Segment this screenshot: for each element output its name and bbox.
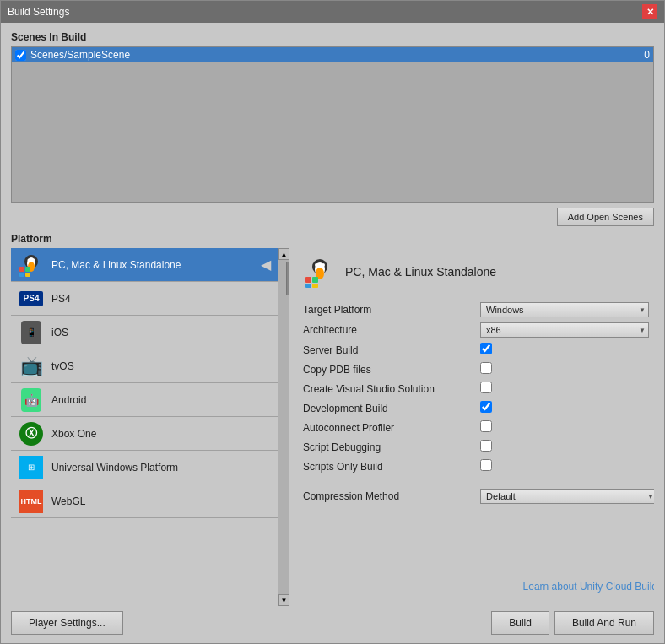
pc-platform-name: PC, Mac & Linux Standalone — [51, 259, 261, 271]
scenes-list: Scenes/SampleScene 0 — [11, 46, 654, 203]
add-open-scenes-row: Add Open Scenes — [11, 208, 654, 226]
copy-pdb-row: Copy PDB files — [303, 362, 654, 376]
autoconnect-label: Autoconnect Profiler — [303, 422, 480, 434]
scrollbar-up-arrow[interactable]: ▲ — [278, 248, 290, 260]
scene-item[interactable]: Scenes/SampleScene 0 — [12, 47, 653, 62]
create-vs-checkbox[interactable] — [480, 382, 492, 393]
platform-item-pc[interactable]: PC, Mac & Linux Standalone ◀ — [11, 248, 278, 282]
webgl-icon: HTML — [18, 488, 45, 515]
script-debugging-value — [480, 440, 654, 454]
platform-scrollbar: ▲ ▼ — [278, 248, 289, 606]
svg-rect-17 — [312, 284, 318, 288]
add-open-scenes-button[interactable]: Add Open Scenes — [557, 208, 654, 226]
platform-item-ps4[interactable]: PS4 PS4 — [11, 282, 278, 316]
scene-name: Scenes/SampleScene — [30, 49, 130, 61]
compression-label: Compression Method — [303, 490, 480, 502]
pc-icon — [18, 252, 45, 279]
svg-rect-15 — [312, 277, 318, 283]
architecture-dropdown-wrapper: x86 x86_64 x86 + x86_64 (Universal) — [480, 322, 649, 338]
scripts-only-checkbox[interactable] — [480, 459, 492, 471]
development-build-value — [480, 401, 654, 415]
script-debugging-label: Script Debugging — [303, 441, 480, 453]
scripts-only-label: Scripts Only Build — [303, 461, 480, 473]
scrollbar-thumb[interactable] — [286, 262, 290, 295]
scrollbar-down-arrow[interactable]: ▼ — [278, 594, 290, 606]
svg-rect-5 — [19, 267, 24, 272]
platform-list-container: PC, Mac & Linux Standalone ◀ PS4 PS4 — [11, 248, 289, 606]
architecture-row: Architecture x86 x86_64 x86 + x86_64 (Un… — [303, 322, 654, 338]
target-platform-label: Target Platform — [303, 304, 480, 316]
spacer — [303, 479, 654, 489]
build-button[interactable]: Build — [491, 611, 549, 635]
window-title: Build Settings — [8, 6, 69, 18]
platform-area: PC, Mac & Linux Standalone ◀ PS4 PS4 — [11, 248, 654, 606]
ps4-platform-name: PS4 — [51, 293, 271, 305]
copy-pdb-value — [480, 362, 654, 376]
copy-pdb-label: Copy PDB files — [303, 364, 480, 376]
target-platform-value: Windows Mac OS X Linux — [480, 302, 654, 317]
architecture-label: Architecture — [303, 324, 480, 336]
settings-spacer — [303, 514, 654, 581]
autoconnect-value — [480, 420, 654, 435]
platform-item-webgl[interactable]: HTML WebGL — [11, 484, 278, 518]
platform-scroll-container: PC, Mac & Linux Standalone ◀ PS4 PS4 — [11, 248, 289, 606]
cloud-build-link[interactable]: Learn about Unity Cloud Build — [303, 581, 654, 593]
server-build-label: Server Build — [303, 344, 480, 356]
svg-point-12 — [322, 263, 325, 267]
script-debugging-row: Script Debugging — [303, 440, 654, 454]
svg-rect-7 — [19, 273, 24, 277]
platform-item-ios[interactable]: 📱 iOS — [11, 316, 278, 349]
autoconnect-checkbox[interactable] — [480, 420, 492, 432]
autoconnect-row: Autoconnect Profiler — [303, 420, 654, 435]
platform-section-label: Platform — [11, 233, 654, 245]
svg-rect-14 — [305, 277, 311, 283]
create-vs-label: Create Visual Studio Solution — [303, 383, 480, 395]
copy-pdb-checkbox[interactable] — [480, 362, 492, 374]
tvos-platform-name: tvOS — [51, 360, 271, 372]
development-build-row: Development Build — [303, 401, 654, 415]
compression-value: Default LZ4 LZ4HC — [480, 489, 654, 504]
svg-rect-6 — [25, 267, 30, 272]
target-platform-dropdown-wrapper: Windows Mac OS X Linux — [480, 302, 649, 317]
server-build-value — [480, 343, 654, 357]
development-build-checkbox[interactable] — [480, 401, 492, 413]
svg-point-3 — [33, 258, 35, 261]
platform-item-android[interactable]: 🤖 Android — [11, 383, 278, 417]
player-settings-button[interactable]: Player Settings... — [11, 611, 123, 635]
xbox-icon: Ⓧ — [18, 420, 45, 447]
android-platform-name: Android — [51, 394, 271, 406]
build-settings-window: Build Settings ✕ Scenes In Build Scenes/… — [0, 0, 665, 644]
development-build-label: Development Build — [303, 403, 480, 414]
platform-settings-icon — [303, 255, 337, 289]
create-vs-value — [480, 382, 654, 396]
tvos-icon: 📺 — [18, 353, 45, 380]
svg-point-11 — [315, 263, 318, 267]
pc-active-indicator: ◀ — [261, 257, 271, 273]
uwp-platform-name: Universal Windows Platform — [51, 462, 271, 474]
platform-item-xbox[interactable]: Ⓧ Xbox One — [11, 417, 278, 451]
server-build-checkbox[interactable] — [480, 343, 492, 354]
architecture-dropdown[interactable]: x86 x86_64 x86 + x86_64 (Universal) — [480, 322, 649, 338]
platform-settings-name: PC, Mac & Linux Standalone — [345, 265, 496, 279]
platform-settings-header: PC, Mac & Linux Standalone — [303, 255, 654, 289]
target-platform-dropdown[interactable]: Windows Mac OS X Linux — [480, 302, 649, 317]
bottom-right-buttons: Build Build And Run — [491, 611, 654, 635]
platform-item-uwp[interactable]: ⊞ Universal Windows Platform — [11, 451, 278, 484]
webgl-platform-name: WebGL — [51, 495, 271, 507]
svg-point-2 — [28, 258, 30, 261]
script-debugging-checkbox[interactable] — [480, 440, 492, 452]
window-body: Scenes In Build Scenes/SampleScene 0 Add… — [1, 23, 664, 643]
ps4-icon: PS4 — [18, 285, 45, 312]
compression-row: Compression Method Default LZ4 LZ4HC — [303, 489, 654, 504]
close-button[interactable]: ✕ — [642, 4, 657, 19]
scene-checkbox[interactable] — [15, 50, 26, 61]
scripts-only-value — [480, 459, 654, 474]
compression-dropdown-wrapper: Default LZ4 LZ4HC — [480, 489, 654, 504]
scripts-only-row: Scripts Only Build — [303, 459, 654, 474]
platform-items: PC, Mac & Linux Standalone ◀ PS4 PS4 — [11, 248, 278, 518]
build-and-run-button[interactable]: Build And Run — [554, 611, 654, 635]
compression-dropdown[interactable]: Default LZ4 LZ4HC — [480, 489, 654, 504]
title-bar: Build Settings ✕ — [1, 1, 664, 23]
platform-item-tvos[interactable]: 📺 tvOS — [11, 349, 278, 383]
svg-rect-8 — [25, 273, 30, 277]
